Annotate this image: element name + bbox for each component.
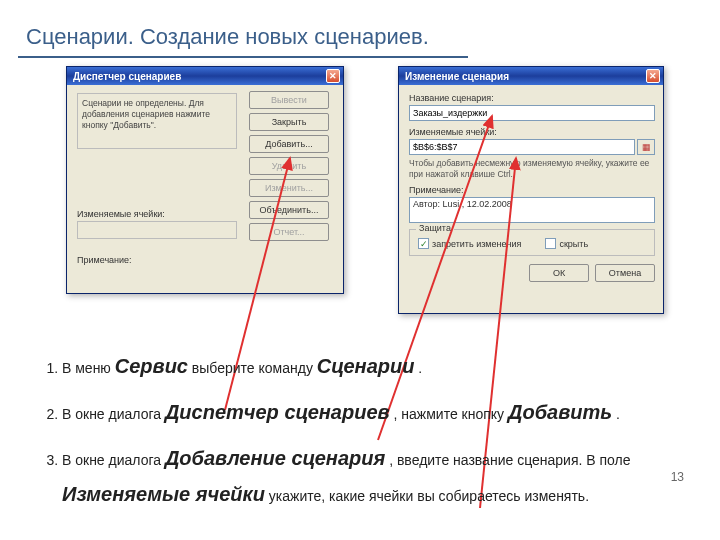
- emph-service: Сервис: [115, 355, 188, 377]
- close-icon[interactable]: ✕: [646, 69, 660, 83]
- close-button[interactable]: Закрыть: [249, 113, 329, 131]
- note-label-d2: Примечание:: [409, 185, 655, 195]
- close-icon[interactable]: ✕: [326, 69, 340, 83]
- instruction-list: В меню Сервис выберите команду Сценарии …: [30, 348, 670, 522]
- emph-scenarios: Сценарии: [317, 355, 415, 377]
- scenario-name-input[interactable]: [409, 105, 655, 121]
- prevent-changes-label: запретить изменения: [432, 239, 521, 249]
- delete-button: Удалить: [249, 157, 329, 175]
- step-2: В окне диалога Диспетчер сценариев , наж…: [62, 394, 670, 430]
- edit-scenario-dialog: Изменение сценария ✕ Название сценария: …: [398, 66, 664, 314]
- t: В меню: [62, 360, 115, 376]
- summary-button: Отчет...: [249, 223, 329, 241]
- scenario-manager-dialog: Диспетчер сценариев ✕ Сценарии не опреде…: [66, 66, 344, 294]
- ok-button[interactable]: ОК: [529, 264, 589, 282]
- cancel-button[interactable]: Отмена: [595, 264, 655, 282]
- changing-cells-input[interactable]: [409, 139, 635, 155]
- edit-button: Изменить...: [249, 179, 329, 197]
- t: В окне диалога: [62, 406, 165, 422]
- t: .: [616, 406, 620, 422]
- dialog1-title-text: Диспетчер сценариев: [73, 71, 181, 82]
- add-button[interactable]: Добавить...: [249, 135, 329, 153]
- changing-cells-label-d2: Изменяемые ячейки:: [409, 127, 655, 137]
- show-button: Вывести: [249, 91, 329, 109]
- emph-changing-cells: Изменяемые ячейки: [62, 483, 265, 505]
- emph-manager: Диспетчер сценариев: [165, 401, 390, 423]
- dialog2-title-text: Изменение сценария: [405, 71, 509, 82]
- note-input[interactable]: Автор: Lusi , 12.02.2008: [409, 197, 655, 223]
- prevent-changes-checkbox[interactable]: ✓: [418, 238, 429, 249]
- dialog2-titlebar[interactable]: Изменение сценария ✕: [399, 67, 663, 85]
- dialog1-titlebar[interactable]: Диспетчер сценариев ✕: [67, 67, 343, 85]
- changing-cells-readonly: [77, 221, 237, 239]
- changing-cells-label: Изменяемые ячейки:: [77, 209, 237, 219]
- t: В окне диалога: [62, 452, 165, 468]
- merge-button[interactable]: Объединить...: [249, 201, 329, 219]
- title-underline: [18, 56, 468, 58]
- t: укажите, какие ячейки вы собираетесь изм…: [269, 488, 589, 504]
- range-selector-icon[interactable]: ▦: [637, 139, 655, 155]
- t: выберите команду: [192, 360, 317, 376]
- t: , введите название сценария. В поле: [389, 452, 630, 468]
- cells-hint: Чтобы добавить несмежную изменяемую ячей…: [409, 158, 655, 179]
- note-label-d1: Примечание:: [77, 255, 132, 265]
- emph-add: Добавить: [508, 401, 612, 423]
- page-number: 13: [671, 470, 684, 484]
- hide-checkbox[interactable]: [545, 238, 556, 249]
- dialog1-message: Сценарии не определены. Для добавления с…: [77, 93, 237, 149]
- t: , нажмите кнопку: [394, 406, 508, 422]
- t: .: [418, 360, 422, 376]
- step-1: В меню Сервис выберите команду Сценарии …: [62, 348, 670, 384]
- protection-group: Защита ✓ запретить изменения скрыть: [409, 229, 655, 256]
- step-3: В окне диалога Добавление сценария , вве…: [62, 440, 670, 512]
- hide-label: скрыть: [559, 239, 588, 249]
- slide-title: Сценарии. Создание новых сценариев.: [26, 24, 429, 50]
- emph-add-scenario: Добавление сценария: [165, 447, 385, 469]
- protection-legend: Защита: [416, 223, 454, 233]
- scenario-name-label: Название сценария:: [409, 93, 655, 103]
